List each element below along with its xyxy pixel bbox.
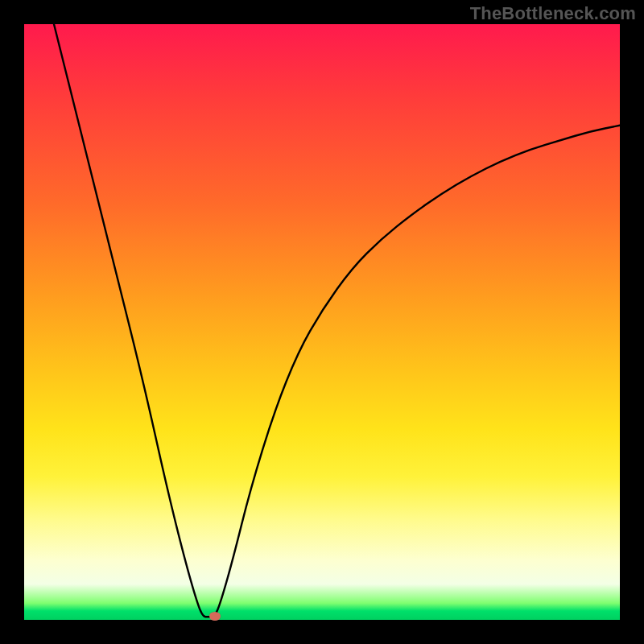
bottleneck-curve [24,24,620,620]
chart-frame: TheBottleneck.com [0,0,644,644]
watermark-text: TheBottleneck.com [470,3,636,24]
plot-area [24,24,620,620]
